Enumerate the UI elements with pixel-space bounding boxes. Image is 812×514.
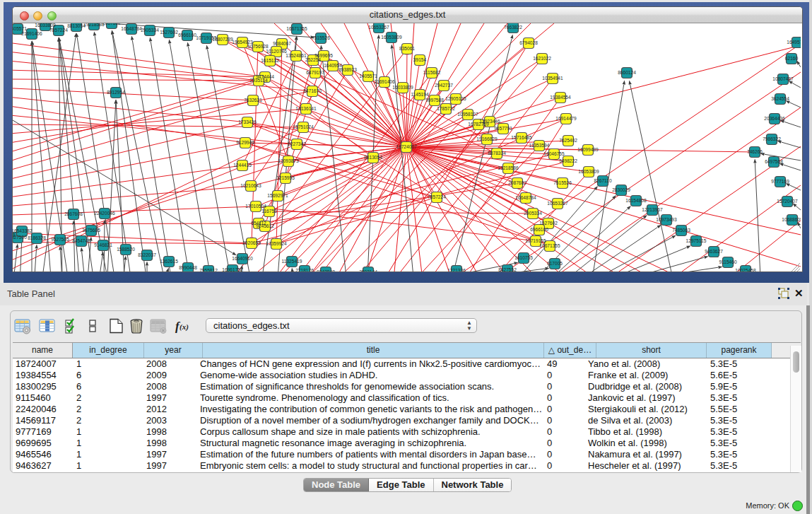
svg-text:1244415: 1244415 [233, 163, 252, 168]
svg-text:9657791: 9657791 [494, 126, 512, 131]
svg-text:17010504: 17010504 [245, 204, 266, 209]
svg-text:2020655: 2020655 [242, 240, 261, 245]
svg-text:16053809: 16053809 [381, 35, 402, 40]
svg-text:8427552: 8427552 [498, 267, 517, 272]
svg-text:9227342: 9227342 [288, 141, 306, 146]
svg-text:8660124: 8660124 [618, 70, 636, 75]
svg-text:16640910: 16640910 [232, 256, 253, 261]
svg-text:(x): (x) [180, 322, 189, 332]
svg-text:8813054: 8813054 [364, 155, 382, 160]
svg-text:62160: 62160 [785, 56, 799, 61]
svg-text:12905135: 12905135 [445, 96, 466, 101]
svg-text:16495759: 16495759 [787, 40, 801, 45]
svg-text:16046755: 16046755 [543, 151, 565, 156]
svg-text:16648784: 16648784 [515, 195, 536, 200]
svg-text:39154: 39154 [413, 57, 427, 62]
svg-text:2942737: 2942737 [435, 83, 453, 88]
svg-text:1610755: 1610755 [514, 255, 533, 260]
svg-text:11325419: 11325419 [282, 259, 302, 264]
svg-text:3215955: 3215955 [276, 175, 295, 180]
svg-text:1405571: 1405571 [359, 74, 377, 78]
svg-text:10653267: 10653267 [368, 25, 389, 30]
svg-text:9084067: 9084067 [273, 41, 291, 46]
svg-text:17359924: 17359924 [266, 241, 287, 246]
svg-text:6966160: 6966160 [178, 33, 196, 37]
svg-text:9527500: 9527500 [13, 235, 27, 240]
svg-text:19218586: 19218586 [83, 23, 105, 27]
svg-text:21691406: 21691406 [21, 31, 42, 36]
svg-text:2905334: 2905334 [141, 28, 159, 33]
svg-text:1527602: 1527602 [160, 30, 178, 35]
svg-text:21691406: 21691406 [374, 79, 395, 84]
svg-text:8267110: 8267110 [594, 178, 612, 183]
svg-text:16053809: 16053809 [578, 169, 599, 174]
svg-text:8813054: 8813054 [67, 23, 86, 28]
svg-text:7515526: 7515526 [553, 180, 572, 185]
svg-text:8322037: 8322037 [138, 252, 156, 257]
svg-text:10973493: 10973493 [656, 217, 677, 222]
svg-text:835061: 835061 [399, 46, 415, 51]
svg-text:15720407: 15720407 [777, 199, 798, 204]
svg-text:19218586: 19218586 [498, 165, 519, 170]
svg-text:12093873: 12093873 [278, 158, 299, 163]
svg-text:9463627: 9463627 [705, 249, 723, 254]
svg-text:2905334: 2905334 [524, 211, 542, 216]
svg-text:16154808: 16154808 [625, 198, 647, 203]
svg-text:11353594: 11353594 [529, 143, 550, 148]
svg-text:3624554: 3624554 [771, 96, 789, 101]
svg-text:6497568: 6497568 [765, 159, 783, 164]
svg-text:8878334: 8878334 [488, 151, 506, 156]
svg-text:8454749: 8454749 [72, 238, 90, 243]
svg-text:5498222: 5498222 [559, 158, 577, 163]
svg-text:252254: 252254 [305, 57, 321, 62]
svg-text:7955812: 7955812 [199, 268, 218, 273]
svg-text:2087682: 2087682 [508, 180, 526, 185]
svg-text:13524861: 13524861 [286, 53, 307, 58]
svg-text:15751074: 15751074 [293, 124, 314, 129]
svg-text:1221336: 1221336 [447, 268, 466, 273]
svg-text:19384554: 19384554 [550, 95, 571, 100]
svg-text:1733426: 1733426 [238, 119, 257, 124]
svg-text:10807487: 10807487 [772, 76, 794, 81]
svg-text:10210643: 10210643 [240, 183, 261, 188]
svg-text:7663822: 7663822 [504, 25, 522, 30]
svg-text:9242848: 9242848 [317, 269, 335, 273]
svg-text:16033809: 16033809 [392, 85, 413, 90]
svg-text:746266: 746266 [747, 149, 763, 154]
svg-text:2803144: 2803144 [359, 269, 377, 273]
svg-text:14136141: 14136141 [295, 106, 317, 111]
svg-text:1527602: 1527602 [539, 221, 558, 226]
svg-text:2830029: 2830029 [612, 187, 630, 192]
svg-text:10756928: 10756928 [247, 44, 269, 49]
svg-text:1621022: 1621022 [533, 56, 551, 61]
svg-text:16914479: 16914479 [555, 116, 577, 121]
svg-text:12975115: 12975115 [686, 238, 707, 243]
svg-text:15692971: 15692971 [267, 193, 288, 198]
svg-text:1588520: 1588520 [117, 247, 135, 252]
svg-text:9129946: 9129946 [236, 140, 254, 145]
svg-text:8990448: 8990448 [179, 265, 197, 270]
svg-text:10719155: 10719155 [525, 238, 546, 243]
svg-text:1405571: 1405571 [13, 26, 27, 31]
svg-text:1145194: 1145194 [411, 92, 429, 97]
svg-text:9146821: 9146821 [94, 243, 112, 247]
svg-text:9777169: 9777169 [771, 179, 789, 184]
svg-text:18724007: 18724007 [396, 144, 417, 149]
svg-text:7857224: 7857224 [428, 194, 446, 199]
svg-text:1362615: 1362615 [160, 259, 178, 264]
svg-text:9997588: 9997588 [425, 98, 444, 103]
svg-text:10120746: 10120746 [266, 49, 287, 54]
svg-text:10025458: 10025458 [735, 268, 756, 273]
svg-text:6479197: 6479197 [306, 70, 324, 75]
svg-text:9115460: 9115460 [719, 259, 737, 264]
svg-text:6794028: 6794028 [519, 40, 538, 45]
svg-text:2935114: 2935114 [249, 78, 268, 83]
svg-text:9527505: 9527505 [51, 237, 69, 242]
svg-text:7857224: 7857224 [49, 28, 68, 33]
svg-text:16648784: 16648784 [121, 26, 142, 31]
svg-text:10688609: 10688609 [782, 217, 801, 222]
svg-text:16099489: 16099489 [577, 147, 599, 152]
svg-text:116753: 116753 [261, 209, 277, 214]
svg-text:2087682: 2087682 [102, 23, 121, 25]
svg-text:16671355: 16671355 [286, 26, 307, 31]
